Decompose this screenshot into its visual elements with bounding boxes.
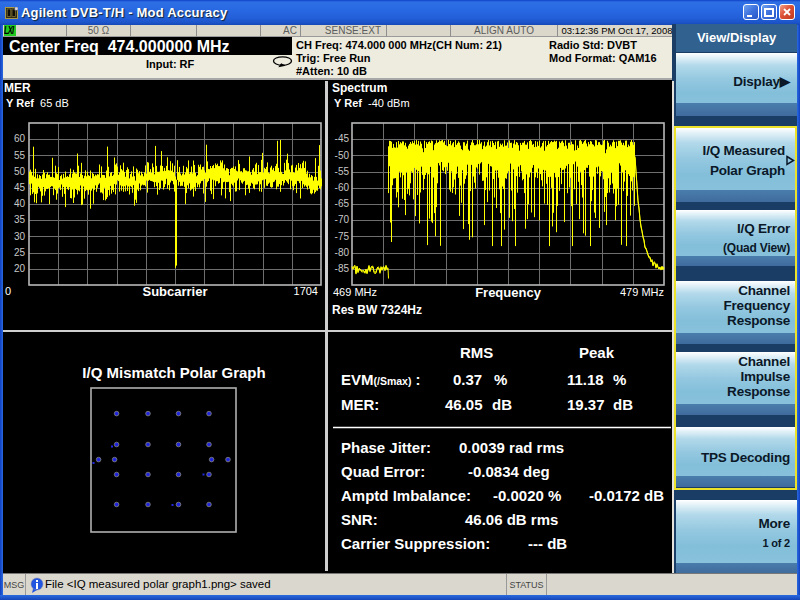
svg-text:11.18: 11.18 bbox=[567, 371, 604, 388]
svg-text:-50: -50 bbox=[335, 150, 350, 161]
svg-text:Peak: Peak bbox=[579, 344, 615, 361]
svg-text:-0.0020 %: -0.0020 % bbox=[493, 487, 561, 504]
svg-text:Y Ref 65 dB: Y Ref 65 dB bbox=[6, 97, 69, 109]
svg-text:0: 0 bbox=[5, 285, 11, 297]
svg-text:I/Q Mismatch Polar Graph: I/Q Mismatch Polar Graph bbox=[82, 364, 265, 381]
svg-text:-55: -55 bbox=[335, 166, 350, 177]
svg-text:--- dB: --- dB bbox=[528, 535, 567, 552]
svg-text:25: 25 bbox=[14, 247, 26, 258]
svg-text:479 MHz: 479 MHz bbox=[620, 286, 664, 298]
svg-text:Phase Jitter:: Phase Jitter: bbox=[341, 439, 431, 456]
svg-text:-70: -70 bbox=[335, 214, 350, 225]
svg-text:469 MHz: 469 MHz bbox=[333, 286, 377, 298]
svg-text:Subcarrier: Subcarrier bbox=[142, 284, 207, 299]
svg-text:50: 50 bbox=[14, 166, 26, 177]
svg-text:-45: -45 bbox=[335, 133, 350, 144]
svg-text:45: 45 bbox=[14, 182, 26, 193]
svg-text:dB: dB bbox=[492, 396, 512, 413]
svg-text:1704: 1704 bbox=[294, 285, 318, 297]
svg-text:20: 20 bbox=[14, 263, 26, 274]
svg-text:Spectrum: Spectrum bbox=[332, 81, 387, 95]
svg-text:-65: -65 bbox=[335, 198, 350, 209]
svg-text:Y Ref -40 dBm: Y Ref -40 dBm bbox=[334, 97, 410, 109]
svg-text:RMS: RMS bbox=[460, 344, 493, 361]
svg-text:Frequency: Frequency bbox=[475, 285, 542, 300]
svg-text:40: 40 bbox=[14, 198, 26, 209]
svg-text:-60: -60 bbox=[335, 182, 350, 193]
svg-text:30: 30 bbox=[14, 231, 26, 242]
svg-text:0.0039 rad rms: 0.0039 rad rms bbox=[459, 439, 564, 456]
svg-text:Quad Error:: Quad Error: bbox=[341, 463, 425, 480]
svg-text:MER: MER bbox=[4, 81, 31, 95]
svg-text:Carrier Suppression:: Carrier Suppression: bbox=[341, 535, 490, 552]
svg-text:Amptd Imbalance:: Amptd Imbalance: bbox=[341, 487, 471, 504]
svg-text:46.06 dB rms: 46.06 dB rms bbox=[465, 511, 558, 528]
svg-text:MER:: MER: bbox=[341, 396, 379, 413]
svg-text:dB: dB bbox=[613, 396, 633, 413]
svg-text:%: % bbox=[613, 371, 626, 388]
svg-text:0.37: 0.37 bbox=[453, 371, 482, 388]
svg-text:46.05: 46.05 bbox=[445, 396, 483, 413]
svg-text:EVM(/Smax) :: EVM(/Smax) : bbox=[341, 371, 421, 388]
svg-text:%: % bbox=[494, 371, 507, 388]
svg-text:-80: -80 bbox=[335, 247, 350, 258]
svg-text:60: 60 bbox=[14, 133, 26, 144]
svg-text:-85: -85 bbox=[335, 263, 350, 274]
svg-text:Res BW 7324Hz: Res BW 7324Hz bbox=[332, 303, 422, 317]
svg-text:19.37: 19.37 bbox=[567, 396, 605, 413]
svg-text:-0.0172 dB: -0.0172 dB bbox=[589, 487, 664, 504]
svg-text:-75: -75 bbox=[335, 231, 350, 242]
svg-text:35: 35 bbox=[14, 214, 26, 225]
svg-text:SNR:: SNR: bbox=[341, 511, 378, 528]
svg-text:-0.0834 deg: -0.0834 deg bbox=[468, 463, 550, 480]
svg-text:55: 55 bbox=[14, 150, 26, 161]
